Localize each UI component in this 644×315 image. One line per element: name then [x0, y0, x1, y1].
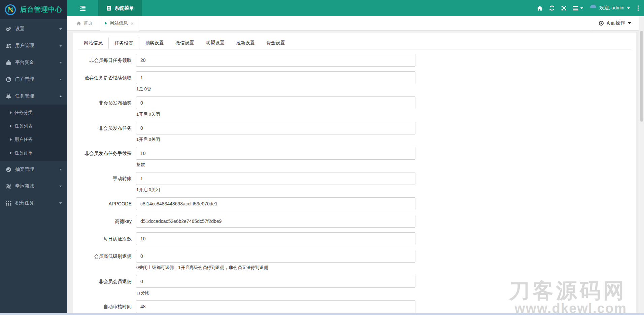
- system-menu-label: 系统菜单: [114, 5, 134, 11]
- field-hint: 整数: [136, 160, 415, 167]
- sidebar-item-label: 平台资金: [15, 60, 34, 66]
- sidebar-item-points-tasks[interactable]: 积分任务: [0, 195, 67, 211]
- tab-task-settings[interactable]: 任务设置: [108, 37, 139, 49]
- chevron-down-icon: [59, 28, 62, 30]
- field-label: APPCODE: [78, 197, 136, 210]
- form-row: 非会员发布抽奖 1开启 0关闭: [78, 96, 631, 117]
- field-label: 非会员发布抽奖: [78, 96, 136, 117]
- chevron-down-icon: [59, 45, 62, 47]
- daily-auth-count-input[interactable]: [136, 232, 415, 245]
- system-menu-tab[interactable]: 系统菜单: [98, 0, 142, 16]
- tab-funds-settings[interactable]: 资金设置: [261, 37, 291, 49]
- form-row: 高德key: [78, 215, 631, 228]
- kebab-menu-icon[interactable]: [636, 5, 639, 11]
- chevron-down-icon: [628, 22, 631, 24]
- sidebar-nav: 设置 用户管理 平台资金: [0, 19, 67, 211]
- sidebar-item-platform-funds[interactable]: 平台资金: [0, 54, 67, 71]
- chevron-up-icon: [59, 95, 62, 97]
- nonmember-rebate-input[interactable]: [136, 275, 415, 288]
- sidebar-item-label: 用户管理: [15, 43, 34, 49]
- field-label: 非会员发布任务手续费: [78, 147, 136, 167]
- member-level-rebate-input[interactable]: [136, 250, 415, 263]
- home-icon[interactable]: [537, 6, 543, 11]
- form-row: 放弃任务是否继续领取 1是 0否: [78, 71, 631, 92]
- submenu-item-task-orders[interactable]: 任务订单: [0, 146, 67, 160]
- sidebar-item-label: 积分任务: [15, 200, 34, 206]
- field-hint: 0关闭上级都可返佣，1开启高级会员得到返佣，非会员无法得到返佣: [136, 263, 415, 270]
- nonmember-publish-task-input[interactable]: [136, 122, 415, 134]
- sidebar-item-lucky-mall[interactable]: 幸运商城: [0, 178, 67, 195]
- form-row: 非会员发布任务 1开启 0关闭: [78, 122, 631, 142]
- breadcrumb-home[interactable]: 首页: [76, 20, 93, 26]
- manual-transfer-input[interactable]: [136, 172, 415, 185]
- abandon-task-continue-input[interactable]: [136, 71, 415, 84]
- tab-lottery-settings[interactable]: 抽奖设置: [139, 37, 170, 49]
- sidebar-item-label: 抽奖管理: [15, 166, 34, 172]
- sidebar-item-lottery[interactable]: 抽奖管理: [0, 161, 67, 178]
- field-label: 非会员发布任务: [78, 122, 136, 142]
- caret-right-icon: [10, 152, 12, 154]
- page-tab-website-info[interactable]: 网站信息 ×: [100, 16, 139, 31]
- field-label: 自动审核时间: [78, 300, 136, 315]
- chevron-down-icon: [59, 62, 62, 64]
- sidebar-item-label: 门户管理: [15, 76, 34, 82]
- refresh-icon[interactable]: [549, 5, 555, 11]
- welcome-text: 欢迎, admin: [600, 5, 624, 11]
- appcode-input[interactable]: [136, 197, 415, 210]
- gears-icon: [5, 26, 12, 32]
- lottery-icon: [5, 167, 12, 172]
- hamburger-icon: [573, 6, 578, 10]
- sidebar-item-tasks[interactable]: 任务管理: [0, 88, 67, 105]
- tab-referral-settings[interactable]: 拉新设置: [230, 37, 261, 49]
- submenu-item-user-tasks[interactable]: 用户任务: [0, 133, 67, 146]
- user-menu[interactable]: 欢迎, admin: [589, 4, 630, 12]
- users-icon: [5, 43, 12, 49]
- sidebar-item-label: 任务管理: [15, 93, 34, 99]
- tab-alliance-settings[interactable]: 联盟设置: [200, 37, 230, 49]
- topbar-right: 欢迎, admin: [537, 4, 644, 12]
- tab-website-info[interactable]: 网站信息: [78, 37, 108, 49]
- scrollbar-thumb[interactable]: [640, 31, 643, 122]
- page-tabs-row: 首页 网站信息 × 页面操作: [67, 16, 639, 31]
- dot-circle-icon: [599, 21, 604, 26]
- field-label: 手动转账: [78, 172, 136, 193]
- vertical-scrollbar[interactable]: [639, 16, 644, 315]
- field-label: 非会员每日任务领取: [78, 54, 136, 67]
- menu-dropdown-button[interactable]: [573, 6, 583, 10]
- submenu-item-task-list[interactable]: 任务列表: [0, 119, 67, 133]
- chevron-down-icon: [59, 79, 62, 80]
- nonmember-publish-lottery-input[interactable]: [136, 96, 415, 109]
- submenu-item-task-category[interactable]: 任务分类: [0, 106, 67, 119]
- chevron-down-icon: [59, 202, 62, 204]
- sidebar-item-label: 设置: [15, 26, 25, 32]
- page-operations-button[interactable]: 页面操作: [591, 16, 639, 31]
- avatar: [589, 4, 597, 12]
- expand-icon[interactable]: [561, 5, 567, 11]
- chevron-down-icon: [627, 7, 630, 9]
- form-row: 自动审核时间 小时: [78, 300, 631, 315]
- daily-task-claim-input[interactable]: [136, 54, 415, 67]
- sidebar-item-label: 幸运商城: [15, 183, 34, 189]
- task-manage-icon: [5, 93, 12, 99]
- chevron-down-icon: [580, 7, 583, 9]
- sidebar-item-users[interactable]: 用户管理: [0, 37, 67, 54]
- nonmember-task-fee-input[interactable]: [136, 147, 415, 160]
- grid-icon: [5, 200, 12, 206]
- auto-review-time-input[interactable]: [136, 300, 415, 313]
- money-bag-icon: [5, 60, 12, 66]
- form-row: 会员高低级别返佣 0关闭上级都可返佣，1开启高级会员得到返佣，非会员无法得到返佣: [78, 250, 631, 270]
- form-row: 手动转账 1开启 0关闭: [78, 172, 631, 193]
- tab-wechat-settings[interactable]: 微信设置: [170, 37, 200, 49]
- gaode-key-input[interactable]: [136, 215, 415, 228]
- form-row: 每日认证次数: [78, 232, 631, 245]
- close-icon[interactable]: ×: [131, 21, 134, 26]
- sidebar-item-settings[interactable]: 设置: [0, 21, 67, 37]
- sidebar-item-portal[interactable]: 门户管理: [0, 71, 67, 88]
- field-hint: 1开启 0关闭: [136, 185, 415, 193]
- caret-right-icon: [10, 125, 12, 127]
- submenu-item-label: 任务分类: [14, 110, 33, 116]
- field-hint: 1开启 0关闭: [136, 109, 415, 117]
- sidebar-toggle-button[interactable]: [67, 0, 98, 16]
- chevron-down-icon: [59, 186, 62, 187]
- pinwheel-icon: [5, 184, 12, 189]
